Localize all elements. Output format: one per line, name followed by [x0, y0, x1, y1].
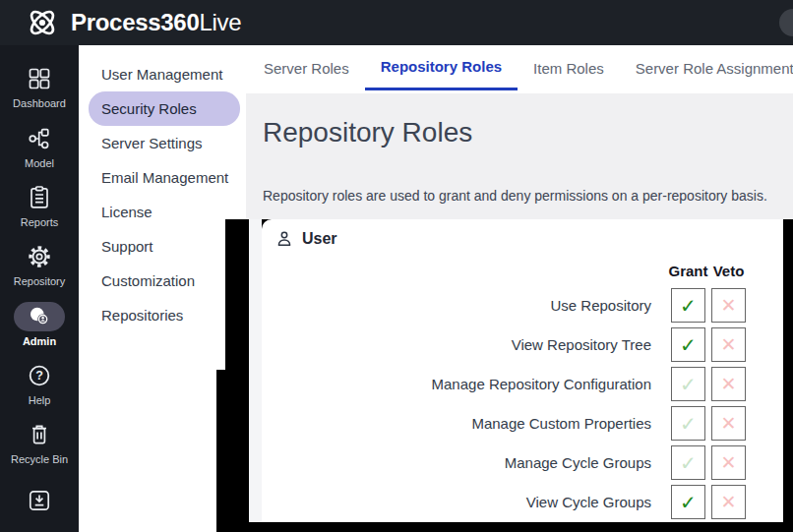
tab-server-role-assignments[interactable]: Server Role Assignments	[620, 45, 793, 90]
tab-bar: Server RolesRepository RolesItem RolesSe…	[246, 45, 793, 93]
rail-item-label: Model	[25, 157, 54, 169]
svg-text:?: ?	[35, 369, 43, 383]
dashboard-icon	[27, 64, 52, 93]
grant-checkbox[interactable]: ✓	[671, 367, 705, 401]
permission-label: Manage Cycle Groups	[262, 445, 651, 480]
grant-checkbox[interactable]: ✓	[671, 485, 705, 519]
veto-checkbox[interactable]: ✕	[711, 327, 746, 362]
rail-item-label: Repository	[14, 275, 66, 287]
rail-item-label: Dashboard	[13, 97, 66, 109]
rail-item-dashboard[interactable]: Dashboard	[0, 57, 79, 116]
sidenav-item-security-roles[interactable]: Security Roles	[89, 91, 240, 126]
reports-icon	[27, 183, 52, 212]
permission-label: Use Repository	[262, 288, 651, 323]
rail-item-label: Reports	[21, 216, 59, 228]
veto-checkbox[interactable]: ✕	[711, 445, 746, 480]
gear-icon	[27, 242, 52, 271]
brand-title: Process360Live	[71, 9, 241, 36]
rail-item-recycle-bin[interactable]: Recycle Bin	[0, 413, 79, 472]
user-icon	[275, 230, 293, 248]
grant-checkbox[interactable]: ✓	[671, 288, 705, 323]
admin-icon	[14, 302, 65, 331]
sidenav-item-server-settings[interactable]: Server Settings	[89, 126, 240, 160]
rail-item-admin[interactable]: Admin	[0, 295, 79, 354]
canvas-backdrop	[216, 370, 225, 532]
veto-checkbox[interactable]: ✕	[711, 406, 746, 441]
rail-item-label: Help	[29, 394, 51, 406]
sidenav-item-email-management[interactable]: Email Management	[89, 160, 240, 195]
grant-checkbox[interactable]: ✓	[671, 445, 705, 480]
column-header-grant: Grant	[671, 263, 705, 279]
veto-checkbox[interactable]: ✕	[711, 485, 746, 519]
sidenav-item-repositories[interactable]: Repositories	[89, 298, 240, 332]
permission-label: Manage Repository Configuration	[262, 367, 651, 401]
permission-label: View Cycle Groups	[262, 485, 651, 519]
rail-item-reports[interactable]: Reports	[0, 176, 79, 235]
top-bar: Process360Live	[0, 0, 793, 45]
rail-item-repository[interactable]: Repository	[0, 235, 79, 294]
permission-label: View Repository Tree	[262, 327, 651, 362]
brand-logo-icon	[24, 4, 61, 41]
sidenav-item-license[interactable]: License	[89, 195, 240, 229]
sidenav-item-user-management[interactable]: User Management	[89, 57, 240, 91]
model-icon	[27, 124, 52, 153]
tab-item-roles[interactable]: Item Roles	[518, 45, 620, 90]
grant-checkbox[interactable]: ✓	[671, 327, 705, 362]
sidenav-item-support[interactable]: Support	[89, 229, 240, 264]
rail-item-model[interactable]: Model	[0, 116, 79, 175]
veto-checkbox[interactable]: ✕	[711, 367, 746, 401]
sidenav-item-customization[interactable]: Customization	[89, 264, 240, 298]
group-title: User	[302, 230, 337, 248]
tab-server-roles[interactable]: Server Roles	[248, 45, 365, 90]
page-description: Repository roles are used to grant and d…	[263, 188, 767, 204]
rail-item-label: Admin	[23, 335, 56, 347]
group-header: User	[275, 230, 337, 248]
grant-checkbox[interactable]: ✓	[671, 406, 705, 441]
avatar[interactable]	[779, 9, 793, 36]
admin-page: Process360Live DashboardModelReportsRepo…	[0, 0, 793, 532]
veto-checkbox[interactable]: ✕	[711, 288, 746, 323]
page-title: Repository Roles	[263, 117, 472, 148]
rail-item-import[interactable]	[0, 473, 79, 532]
help-icon: ?	[27, 361, 52, 390]
icon-rail: DashboardModelReportsRepositoryAdmin?Hel…	[0, 45, 79, 532]
column-header-veto: Veto	[711, 263, 746, 279]
tab-repository-roles[interactable]: Repository Roles	[365, 45, 518, 90]
permission-label: Manage Custom Properties	[262, 406, 651, 441]
panel-gutter	[249, 219, 262, 522]
import-icon	[27, 486, 52, 515]
rail-item-help[interactable]: ?Help	[0, 354, 79, 413]
trash-icon	[27, 420, 52, 449]
rail-item-label: Recycle Bin	[11, 453, 68, 465]
permissions-card: User Grant Veto Use Repository✓✕View Rep…	[262, 219, 783, 522]
